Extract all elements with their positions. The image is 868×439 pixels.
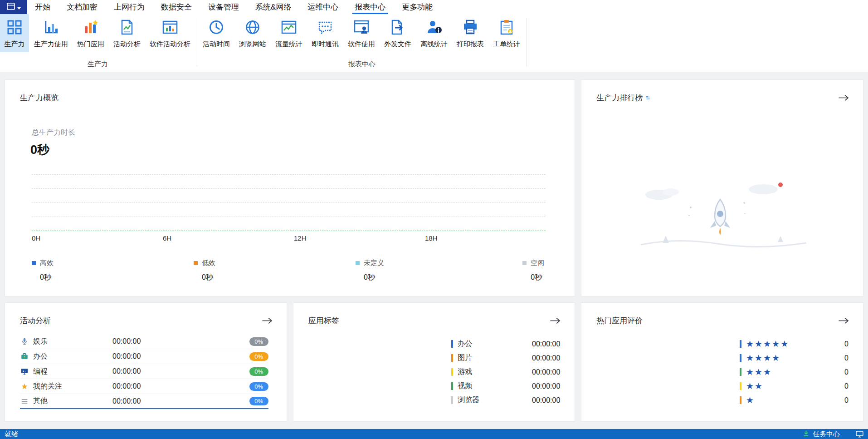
tag-row-games: 游戏 00:00:00 — [451, 365, 560, 379]
x-tick: 18H — [425, 234, 438, 242]
tag-label: 游戏 — [458, 367, 472, 377]
star-rating: ★★ — [746, 382, 763, 390]
ribbon-item-ticket-stats[interactable]: 工单统计 — [489, 14, 524, 52]
task-center-button[interactable]: 任务中心 — [813, 430, 840, 439]
ribbon-item-offline-stats[interactable]: 离线统计 — [416, 14, 452, 52]
activity-time: 00:00:00 — [112, 397, 176, 405]
ribbon-group-label: 报表中心 — [199, 60, 525, 72]
ticket-icon — [498, 19, 515, 36]
ribbon-item-traffic-stats[interactable]: 流量统计 — [271, 14, 307, 52]
activity-label: 编程 — [33, 367, 112, 376]
ribbon-item-label: 生产力使用 — [34, 40, 68, 49]
rating-row-3-stars: ★★★ 0 — [740, 365, 848, 379]
activity-analysis-icon — [118, 19, 136, 36]
menu-item-web-behavior[interactable]: 上网行为 — [106, 0, 153, 14]
ribbon-item-print-reports[interactable]: 打印报表 — [453, 14, 488, 52]
tag-time: 00:00:00 — [532, 396, 560, 404]
ribbon-item-instant-messaging[interactable]: 即时通讯 — [307, 14, 343, 52]
tag-color-bar — [451, 382, 453, 390]
app-tags-list: 办公 00:00:00 图片 00:00:00 游戏 00:00:00 — [451, 337, 560, 407]
monitor-icon — [20, 367, 29, 375]
ribbon-item-browse-websites[interactable]: 浏览网站 — [235, 14, 270, 52]
activity-row-programming: 编程 00:00:00 0% — [20, 364, 268, 379]
percent-badge: 0% — [249, 367, 268, 376]
ribbon-item-activity-analysis[interactable]: 活动分析 — [109, 14, 145, 52]
chevron-down-icon — [17, 3, 21, 11]
productivity-grid-icon — [6, 19, 23, 36]
rating-count: 0 — [844, 340, 848, 348]
menu-item-start[interactable]: 开始 — [27, 0, 59, 14]
rating-count: 0 — [844, 354, 848, 362]
x-tick: 0H — [32, 234, 40, 242]
ribbon-item-label: 外发文件 — [384, 40, 411, 49]
card-hot-app-ratings: 热门应用评价 ★★★★★ 0 ★★★★ 0 — [581, 302, 863, 422]
app-menu-button[interactable] — [0, 0, 27, 14]
rating-row-1-star: ★ 0 — [740, 393, 848, 407]
legend-label: 空闲 — [531, 259, 544, 267]
ribbon-item-label: 热门应用 — [77, 40, 104, 49]
card-productivity-overview: 生产力概览 总生产力时长 0秒 0H 6H 12H 18H 高效 0秒 — [5, 79, 575, 296]
ribbon-item-activity-time[interactable]: 活动时间 — [199, 14, 234, 52]
legend-item-idle: 空闲 0秒 — [522, 259, 544, 282]
ribbon-item-label: 活动分析 — [113, 40, 141, 49]
card-title: 活动分析 — [20, 316, 51, 326]
activity-row-other: 其他 00:00:00 0% — [20, 394, 268, 409]
open-detail-arrow-icon[interactable] — [261, 317, 273, 325]
legend-label: 高效 — [40, 259, 54, 267]
menu-item-system-network[interactable]: 系统&网络 — [247, 0, 299, 14]
star-rating: ★★★★ — [746, 354, 780, 362]
ribbon-item-productivity[interactable]: 生产力 — [0, 14, 29, 52]
open-detail-arrow-icon[interactable] — [549, 317, 561, 325]
chart-legend: 高效 0秒 低效 0秒 未定义 0秒 空闲 0秒 — [32, 259, 546, 286]
productivity-timeline-chart — [32, 174, 546, 231]
software-activity-icon — [161, 19, 179, 36]
rating-color-bar — [740, 354, 741, 362]
ribbon-item-outgoing-files[interactable]: 外发文件 — [380, 14, 415, 52]
ribbon-toolbar: 生产力 生产力使用 热门应用 — [0, 14, 868, 72]
tag-time: 00:00:00 — [532, 382, 560, 390]
total-productivity-value: 0秒 — [30, 142, 575, 158]
legend-marker — [356, 261, 360, 265]
rating-count: 0 — [844, 368, 848, 376]
app-window: 开始 文档加密 上网行为 数据安全 设备管理 系统&网络 运维中心 报表中心 更… — [0, 0, 868, 439]
open-detail-arrow-icon[interactable] — [838, 94, 849, 102]
legend-marker — [32, 261, 36, 265]
statusbar: 就绪 任务中心 — [0, 429, 868, 439]
ribbon-item-label: 流量统计 — [275, 40, 302, 49]
legend-marker — [194, 261, 198, 265]
ribbon-item-software-activity-analysis[interactable]: 软件活动分析 — [146, 14, 195, 52]
ribbon-item-software-usage[interactable]: 软件使用 — [344, 14, 379, 52]
file-export-icon — [389, 19, 406, 36]
menu-item-data-security[interactable]: 数据安全 — [153, 0, 200, 14]
menu-item-report-center[interactable]: 报表中心 — [346, 0, 394, 14]
tag-row-browser: 浏览器 00:00:00 — [451, 393, 560, 407]
menu-item-ops-center[interactable]: 运维中心 — [299, 0, 346, 14]
card-title: 生产力排行榜 — [596, 93, 643, 103]
ribbon-item-label: 软件使用 — [348, 40, 375, 49]
monitor-icon[interactable] — [856, 431, 863, 438]
x-tick: 12H — [294, 234, 307, 242]
legend-value: 0秒 — [202, 273, 215, 282]
tag-label: 图片 — [458, 353, 472, 363]
chat-icon — [317, 19, 334, 36]
tag-color-bar — [451, 340, 453, 348]
open-detail-arrow-icon[interactable] — [838, 317, 849, 325]
ratings-list: ★★★★★ 0 ★★★★ 0 ★★★ 0 ★★ — [740, 337, 848, 407]
activity-time: 00:00:00 — [112, 382, 176, 390]
ribbon-item-hot-apps[interactable]: 热门应用 — [73, 14, 108, 52]
list-icon — [20, 397, 29, 405]
card-app-tags: 应用标签 办公 00:00:00 图片 00:00:00 — [293, 302, 575, 422]
activity-list: 娱乐 00:00:00 0% 办公 00:00:00 0% — [20, 334, 268, 409]
briefcase-icon — [20, 352, 29, 360]
card-productivity-ranking: 生产力排行榜 — [581, 79, 863, 296]
menu-item-more-features[interactable]: 更多功能 — [394, 0, 441, 14]
ribbon-item-productivity-usage[interactable]: 生产力使用 — [30, 14, 72, 52]
menu-item-device-management[interactable]: 设备管理 — [200, 0, 247, 14]
activity-label: 娱乐 — [33, 337, 112, 346]
empty-state-illustration — [581, 176, 863, 262]
sort-toggle-icon[interactable] — [645, 95, 650, 101]
microphone-icon — [20, 337, 29, 345]
menu-item-doc-encryption[interactable]: 文档加密 — [59, 0, 106, 14]
ribbon-item-label: 生产力 — [5, 40, 25, 49]
ribbon-item-label: 活动时间 — [203, 40, 230, 49]
